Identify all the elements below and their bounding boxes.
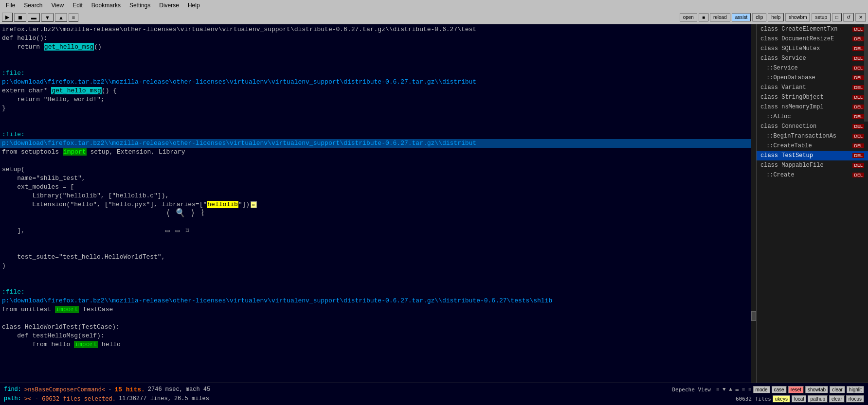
right-item-mappablefile[interactable]: class MappableFile DEL — [757, 160, 868, 170]
window-restore[interactable]: □ — [832, 13, 842, 21]
window-refresh[interactable]: ↺ — [843, 13, 854, 21]
statusbar: find: >nsBaseComposerCommand< - 15 hits.… — [0, 383, 868, 405]
play-button[interactable]: ▶ — [2, 13, 13, 22]
del-service-method[interactable]: DEL — [852, 66, 864, 70]
code-line: setup( — [0, 165, 756, 174]
right-item-service-method[interactable]: ::Service DEL — [757, 63, 868, 73]
right-item-variant[interactable]: class Variant DEL — [757, 83, 868, 92]
right-item-documentresize[interactable]: class DocumentResizeE DEL — [757, 34, 868, 44]
code-line: return "Hello, world!"; — [0, 95, 756, 104]
showtab-button[interactable]: showtab — [805, 386, 828, 393]
mach-value: mach 45 — [186, 386, 210, 393]
file-header-2: :file: — [0, 130, 756, 139]
menu-help[interactable]: Help — [184, 1, 204, 10]
right-label: ::OpenDatabase — [766, 74, 815, 82]
code-line — [0, 113, 756, 122]
del-stringobject[interactable]: DEL — [852, 95, 864, 100]
code-line — [0, 52, 756, 60]
code-line: test_suite="test_hello.HelloWorldTest", — [0, 253, 756, 262]
right-label: class TestSetup — [760, 152, 813, 159]
del-service[interactable]: DEL — [852, 56, 864, 61]
stop-button[interactable]: ⏹ — [14, 13, 26, 22]
right-item-service[interactable]: class Service DEL — [757, 53, 868, 63]
del-alloc[interactable]: DEL — [852, 114, 864, 119]
rfocus-button[interactable]: rfocus — [846, 395, 864, 403]
toolbar: ▶ ⏹ ▬ ▼ ▲ ≡ open ■ reload assist clip he… — [0, 11, 868, 24]
code-line: } — [0, 104, 756, 113]
code-line: from unittest import TestCase — [0, 305, 756, 314]
right-item-nsmemoryimpl[interactable]: class nsMemoryImpl DEL — [757, 102, 868, 112]
menu-file[interactable]: File — [2, 1, 19, 10]
clear-button-1[interactable]: clear — [830, 386, 845, 393]
del-createtable[interactable]: DEL — [852, 143, 864, 148]
find-sep: - — [108, 386, 111, 393]
right-item-testsetup[interactable]: class TestSetup DEL — [757, 151, 868, 160]
del-opendatabase[interactable]: DEL — [852, 75, 864, 80]
menu-bookmarks[interactable]: Bookmarks — [88, 1, 125, 10]
del-mappablefile[interactable]: DEL — [852, 163, 864, 168]
clear-button-2[interactable]: clear — [829, 395, 845, 403]
file-path-3: p:\download\firefox.tar.bz2\\mozilla-rel… — [0, 297, 756, 305]
square-button[interactable]: ■ — [699, 13, 708, 21]
right-item-sqlitemutex[interactable]: class SQLiteMutex DEL — [757, 44, 868, 53]
lines-button[interactable]: ≡ — [69, 13, 78, 22]
right-item-create[interactable]: ::Create DEL — [757, 170, 868, 180]
reset-button[interactable]: reset — [788, 386, 804, 393]
right-item-opendatabase[interactable]: ::OpenDatabase DEL — [757, 73, 868, 83]
find-label: find: — [4, 386, 21, 393]
assist-button[interactable]: assist — [732, 13, 751, 21]
path-value: >< - 60632 files selected. — [24, 395, 116, 402]
right-item-connection[interactable]: class Connection DEL — [757, 122, 868, 131]
menu-edit[interactable]: Edit — [69, 1, 87, 10]
clip-button[interactable]: clip — [752, 13, 766, 21]
del-variant[interactable]: DEL — [852, 85, 864, 90]
open-button[interactable]: open — [680, 13, 697, 21]
code-line: from hello import hello — [0, 340, 756, 349]
toolbar-icons: ≡ ▼ ▲ ▬ ≡ ≡ — [716, 387, 752, 392]
file-path-selected: p:\download\firefox.tar.bz2\\mozilla-rel… — [0, 139, 756, 148]
right-label: ::Service — [766, 64, 798, 72]
right-label: class CreateElementTxn — [760, 25, 837, 33]
file-header: :file: — [0, 69, 756, 78]
reload-button[interactable]: reload — [710, 13, 730, 21]
mode-button[interactable]: mode — [753, 386, 770, 393]
del-connection[interactable]: DEL — [852, 124, 864, 129]
code-line: Library("hellolib", ["hellolib.c"]), — [0, 192, 756, 200]
del-nsmemoryimpl[interactable]: DEL — [852, 105, 864, 109]
setup-button[interactable]: setup — [812, 13, 830, 21]
code-line: def hello(): — [0, 34, 756, 43]
window-close[interactable]: ✕ — [855, 13, 866, 21]
right-label: ::Alloc — [766, 113, 791, 121]
find-value: >nsBaseComposerCommand< — [24, 386, 105, 393]
right-item-createelementtxn[interactable]: class CreateElementTxn DEL — [757, 24, 868, 34]
code-line: extern char* get_hello_msg() { — [0, 87, 756, 95]
pathup-button[interactable]: pathup — [808, 395, 828, 403]
menu-diverse[interactable]: Diverse — [155, 1, 183, 10]
menu-search[interactable]: Search — [20, 1, 46, 10]
menu-view[interactable]: View — [47, 1, 68, 10]
down-button[interactable]: ▼ — [41, 13, 54, 22]
showbm-button[interactable]: showbm — [785, 13, 810, 21]
highlit-button[interactable]: highlit — [847, 386, 864, 393]
local-button[interactable]: local — [792, 395, 807, 403]
case-button[interactable]: case — [772, 386, 787, 393]
del-createelementtxn[interactable]: DEL — [852, 27, 864, 32]
menu-settings[interactable]: Settings — [126, 1, 154, 10]
right-files: 60632 files — [736, 396, 771, 402]
code-editor: irefox.tar.bz2\\mozilla-release\other-li… — [0, 24, 756, 383]
ukeys-button[interactable]: ukeys — [773, 395, 790, 403]
right-item-begintransactionas[interactable]: ::BeginTransactionAs DEL — [757, 131, 868, 141]
right-item-stringobject[interactable]: class StringObject DEL — [757, 92, 868, 102]
del-testsetup[interactable]: DEL — [852, 153, 864, 158]
del-documentresize[interactable]: DEL — [852, 36, 864, 41]
del-begintransactionas[interactable]: DEL — [852, 134, 864, 139]
right-item-createtable[interactable]: ::CreateTable DEL — [757, 141, 868, 151]
del-create[interactable]: DEL — [852, 173, 864, 177]
del-sqlitemutex[interactable]: DEL — [852, 46, 864, 51]
right-item-alloc[interactable]: ::Alloc DEL — [757, 112, 868, 122]
help-button[interactable]: help — [768, 13, 784, 21]
minus-button[interactable]: ▬ — [28, 13, 40, 22]
code-line: name="shlib_test", — [0, 174, 756, 183]
up-button[interactable]: ▲ — [55, 13, 67, 22]
right-label: class Variant — [760, 84, 806, 91]
